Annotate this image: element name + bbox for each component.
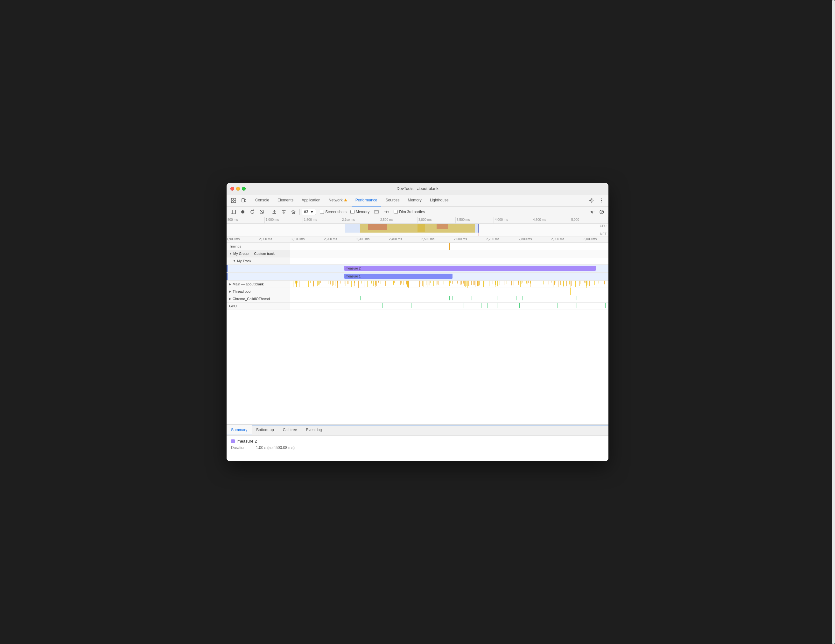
group-label[interactable]: ▼ My Group — Custom track: [227, 250, 290, 257]
minimize-button[interactable]: [236, 187, 240, 191]
tab-elements[interactable]: Elements: [274, 195, 297, 206]
cpu-bar-area: CPU NET: [227, 224, 608, 237]
measure2-row: measure 2: [227, 265, 608, 273]
fc-ruler-tick-11: 3,000 ms: [583, 237, 597, 241]
main-track-row: ▶ Main — about:blank: [227, 281, 608, 288]
tab-application[interactable]: Application: [298, 195, 324, 206]
home-btn[interactable]: [289, 208, 297, 216]
chrome-arrow-icon: ▶: [229, 297, 231, 300]
cursor-left: [345, 224, 345, 237]
threadpool-label[interactable]: ▶ Thread pool: [227, 288, 290, 295]
memory-icon-btn[interactable]: [373, 208, 380, 216]
empty-area[interactable]: [227, 310, 608, 425]
duration-value: 1.00 s (self 500.08 ms): [256, 446, 295, 450]
perf-toolbar: #3 ▼ Screenshots Memory: [227, 206, 608, 217]
upload-btn[interactable]: [270, 208, 278, 216]
timings-content[interactable]: [290, 243, 608, 250]
reload-btn[interactable]: [248, 208, 257, 216]
chrome-content[interactable]: [290, 295, 608, 302]
group-content[interactable]: [290, 250, 608, 257]
chrome-label[interactable]: ▶ Chrome_ChildIOThread: [227, 295, 290, 302]
tab-eventlog[interactable]: Event log: [301, 425, 326, 435]
timings-track: Timings: [227, 243, 608, 250]
threadpool-content[interactable]: [290, 288, 608, 295]
device-icon[interactable]: [239, 196, 248, 205]
clear-btn[interactable]: [258, 208, 266, 216]
measure2-content[interactable]: measure 2: [290, 265, 608, 273]
fc-ruler-tick-6: 2,500 ms: [421, 237, 434, 241]
close-button[interactable]: [231, 187, 234, 191]
group-track: ▼ My Group — Custom track: [227, 250, 608, 258]
overview-ruler: 500 ms 1,000 ms 1,500 ms 2,100 ms 2,500 …: [227, 217, 608, 224]
more-icon[interactable]: [597, 196, 606, 205]
memory-checkbox-input[interactable]: [350, 210, 354, 214]
main-label[interactable]: ▶ Main — about:blank: [227, 281, 290, 288]
inspect-icon[interactable]: [229, 196, 238, 205]
cpu-activity: [227, 224, 608, 233]
memory-checkbox[interactable]: Memory: [350, 210, 369, 214]
window-title: DevTools - about:blank: [396, 186, 439, 191]
gpu-track: GPU: [227, 303, 608, 310]
gpu-label[interactable]: GPU: [227, 303, 290, 310]
measure1-bar[interactable]: measure 1: [344, 274, 453, 279]
tab-memory[interactable]: Memory: [404, 195, 426, 206]
measure2-row-label: [227, 265, 290, 273]
tab-bar-actions: [587, 196, 606, 205]
tab-calltree[interactable]: Call tree: [278, 425, 302, 435]
screenshots-checkbox[interactable]: Screenshots: [320, 210, 346, 214]
ruler-tick-7: 4,000 ms: [494, 217, 532, 223]
svg-rect-1: [231, 201, 233, 203]
download-btn[interactable]: [280, 208, 288, 216]
record-btn[interactable]: [239, 208, 247, 216]
fc-ruler-tick-7: 2,600 ms: [454, 237, 467, 241]
chrome-track: ▶ Chrome_ChildIOThread: [227, 295, 608, 303]
mytrack-label[interactable]: ▼ My Track: [227, 258, 290, 264]
perf-settings-icon[interactable]: [588, 208, 596, 216]
main-tab-bar: Console Elements Application Network Per…: [227, 195, 608, 206]
measure1-content[interactable]: measure 1: [290, 273, 608, 280]
settings-icon[interactable]: [587, 196, 596, 205]
ruler-tick-9: 5,000: [570, 217, 608, 223]
cpu-label: CPU: [600, 224, 606, 228]
devtools-window: DevTools - about:blank Console: [227, 183, 608, 461]
maximize-button[interactable]: [242, 187, 246, 191]
threadpool-track: ▶ Thread pool: [227, 288, 608, 295]
summary-duration-row: Duration 1.00 s (self 500.08 ms): [231, 446, 604, 450]
fc-ruler-tick-5: 2,400 ms: [389, 237, 402, 241]
fc-cursor: [389, 237, 389, 242]
fc-ruler-tick-3: 2,200 ms: [324, 237, 337, 241]
toolbar-right-actions: [588, 208, 606, 216]
mytrack-content[interactable]: [290, 258, 608, 264]
svg-rect-3: [234, 201, 236, 203]
bottom-content: measure 2 Duration 1.00 s (self 500.08 m…: [227, 436, 608, 461]
sidebar-toggle-btn[interactable]: [229, 208, 237, 216]
svg-rect-15: [374, 211, 379, 213]
tab-bottomup[interactable]: Bottom-up: [252, 425, 278, 435]
tab-sources[interactable]: Sources: [382, 195, 403, 206]
svg-point-23: [591, 211, 593, 213]
duration-label: Duration: [231, 446, 253, 450]
record-selector[interactable]: #3 ▼: [302, 209, 316, 215]
dim3rd-checkbox-input[interactable]: [394, 210, 398, 214]
overview-bar[interactable]: 500 ms 1,000 ms 1,500 ms 2,100 ms 2,500 …: [227, 217, 608, 237]
svg-point-9: [601, 201, 602, 202]
tab-lighthouse[interactable]: Lighthouse: [426, 195, 453, 206]
gpu-content[interactable]: [290, 303, 608, 310]
dim3rd-checkbox[interactable]: Dim 3rd parties: [394, 210, 425, 214]
tab-summary[interactable]: Summary: [227, 425, 252, 435]
network-throttle-btn[interactable]: [383, 208, 390, 216]
svg-point-8: [601, 200, 602, 200]
cursor-right: [479, 224, 479, 237]
tab-performance[interactable]: Performance: [352, 195, 381, 206]
ruler-tick-4: 2,500 ms: [379, 217, 418, 223]
tab-network[interactable]: Network: [325, 195, 351, 206]
perf-help-icon[interactable]: [598, 208, 606, 216]
ruler-tick-1: 1,000 ms: [265, 217, 303, 223]
ruler-tick-0: 500 ms: [227, 217, 265, 223]
toolbar-checkboxes: Screenshots Memory: [320, 208, 425, 216]
timeline-container: 500 ms 1,000 ms 1,500 ms 2,100 ms 2,500 …: [227, 217, 608, 425]
main-content[interactable]: [290, 281, 608, 288]
measure2-bar[interactable]: measure 2: [344, 266, 596, 271]
tab-console[interactable]: Console: [252, 195, 273, 206]
screenshots-checkbox-input[interactable]: [320, 210, 324, 214]
